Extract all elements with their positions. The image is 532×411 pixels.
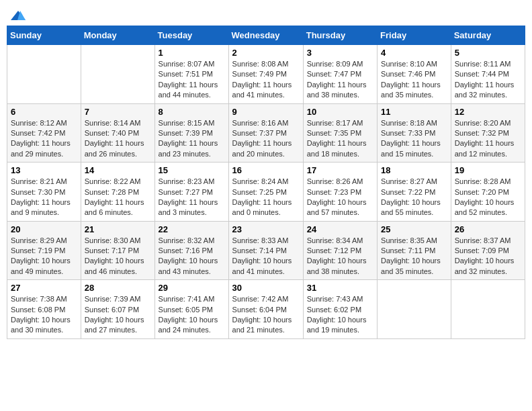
calendar-cell: 12 Sunrise: 8:20 AM Sunset: 7:32 PM Dayl…	[451, 103, 525, 163]
sunset-text: Sunset: 7:23 PM	[307, 188, 361, 196]
calendar-cell: 11 Sunrise: 8:18 AM Sunset: 7:33 PM Dayl…	[378, 103, 451, 163]
calendar-cell	[81, 45, 154, 104]
daylight-text: Daylight: 11 hours and 44 minutes.	[159, 81, 218, 99]
day-info: Sunrise: 8:20 AM Sunset: 7:32 PM Dayligh…	[455, 118, 521, 160]
sunrise-text: Sunrise: 8:08 AM	[232, 60, 289, 68]
day-info: Sunrise: 8:09 AM Sunset: 7:47 PM Dayligh…	[307, 59, 373, 101]
week-row-4: 20 Sunrise: 8:29 AM Sunset: 7:19 PM Dayl…	[7, 221, 525, 280]
daylight-text: Daylight: 10 hours and 55 minutes.	[381, 198, 441, 216]
day-number: 15	[159, 165, 225, 175]
week-row-2: 6 Sunrise: 8:12 AM Sunset: 7:42 PM Dayli…	[7, 103, 525, 163]
sunset-text: Sunset: 7:09 PM	[455, 246, 509, 255]
sunset-text: Sunset: 7:28 PM	[85, 188, 139, 196]
sunset-text: Sunset: 7:33 PM	[381, 129, 435, 137]
calendar-cell: 7 Sunrise: 8:14 AM Sunset: 7:40 PM Dayli…	[81, 103, 154, 163]
weekday-header-tuesday: Tuesday	[154, 26, 228, 45]
weekday-header-row: SundayMondayTuesdayWednesdayThursdayFrid…	[7, 26, 525, 45]
day-number: 1	[159, 48, 225, 58]
sunrise-text: Sunrise: 8:34 AM	[307, 236, 363, 244]
day-number: 2	[232, 48, 300, 58]
day-number: 24	[307, 224, 373, 234]
sunrise-text: Sunrise: 8:35 AM	[381, 236, 437, 244]
sunrise-text: Sunrise: 8:11 AM	[455, 60, 511, 68]
day-info: Sunrise: 8:12 AM Sunset: 7:42 PM Dayligh…	[11, 118, 77, 160]
sunset-text: Sunset: 7:49 PM	[232, 70, 287, 78]
logo	[9, 9, 26, 17]
day-number: 23	[232, 224, 300, 234]
daylight-text: Daylight: 10 hours and 49 minutes.	[11, 257, 71, 275]
day-number: 16	[232, 165, 300, 175]
day-info: Sunrise: 8:08 AM Sunset: 7:49 PM Dayligh…	[232, 59, 300, 101]
day-info: Sunrise: 8:32 AM Sunset: 7:16 PM Dayligh…	[159, 236, 225, 277]
calendar-cell: 27 Sunrise: 7:38 AM Sunset: 6:08 PM Dayl…	[7, 280, 81, 339]
day-number: 21	[85, 224, 151, 234]
daylight-text: Daylight: 10 hours and 46 minutes.	[85, 257, 144, 275]
daylight-text: Daylight: 11 hours and 18 minutes.	[307, 139, 367, 157]
day-info: Sunrise: 8:30 AM Sunset: 7:17 PM Dayligh…	[85, 236, 151, 277]
daylight-text: Daylight: 10 hours and 41 minutes.	[232, 257, 292, 275]
day-info: Sunrise: 8:33 AM Sunset: 7:14 PM Dayligh…	[232, 236, 300, 277]
daylight-text: Daylight: 11 hours and 23 minutes.	[159, 139, 218, 157]
weekday-header-sunday: Sunday	[7, 26, 81, 45]
sunset-text: Sunset: 7:17 PM	[85, 246, 139, 255]
day-number: 9	[232, 107, 300, 117]
daylight-text: Daylight: 11 hours and 0 minutes.	[232, 198, 292, 216]
day-number: 12	[455, 107, 521, 117]
daylight-text: Daylight: 11 hours and 12 minutes.	[455, 139, 515, 157]
day-info: Sunrise: 8:18 AM Sunset: 7:33 PM Dayligh…	[381, 118, 447, 160]
week-row-3: 13 Sunrise: 8:21 AM Sunset: 7:30 PM Dayl…	[7, 163, 525, 222]
day-info: Sunrise: 8:34 AM Sunset: 7:12 PM Dayligh…	[307, 236, 373, 277]
day-number: 13	[11, 165, 77, 175]
calendar-cell: 5 Sunrise: 8:11 AM Sunset: 7:44 PM Dayli…	[451, 45, 525, 104]
day-info: Sunrise: 7:41 AM Sunset: 6:05 PM Dayligh…	[159, 294, 225, 336]
day-info: Sunrise: 8:27 AM Sunset: 7:22 PM Dayligh…	[381, 177, 447, 218]
calendar-cell: 29 Sunrise: 7:41 AM Sunset: 6:05 PM Dayl…	[154, 280, 228, 339]
day-number: 19	[455, 165, 521, 175]
day-info: Sunrise: 8:26 AM Sunset: 7:23 PM Dayligh…	[307, 177, 373, 218]
calendar-cell: 20 Sunrise: 8:29 AM Sunset: 7:19 PM Dayl…	[7, 221, 81, 280]
sunset-text: Sunset: 7:30 PM	[11, 188, 65, 196]
sunrise-text: Sunrise: 8:17 AM	[307, 119, 363, 127]
sunrise-text: Sunrise: 8:09 AM	[307, 60, 363, 68]
calendar-cell: 13 Sunrise: 8:21 AM Sunset: 7:30 PM Dayl…	[7, 163, 81, 222]
calendar-cell: 16 Sunrise: 8:24 AM Sunset: 7:25 PM Dayl…	[228, 163, 303, 222]
sunset-text: Sunset: 7:40 PM	[85, 129, 139, 137]
sunset-text: Sunset: 7:14 PM	[232, 246, 287, 255]
daylight-text: Daylight: 11 hours and 15 minutes.	[381, 139, 441, 157]
day-number: 11	[381, 107, 447, 117]
day-info: Sunrise: 8:10 AM Sunset: 7:46 PM Dayligh…	[381, 59, 447, 101]
day-info: Sunrise: 8:11 AM Sunset: 7:44 PM Dayligh…	[455, 59, 521, 101]
calendar-cell: 14 Sunrise: 8:22 AM Sunset: 7:28 PM Dayl…	[81, 163, 154, 222]
sunrise-text: Sunrise: 8:28 AM	[455, 177, 511, 185]
daylight-text: Daylight: 10 hours and 38 minutes.	[307, 257, 367, 275]
day-info: Sunrise: 8:17 AM Sunset: 7:35 PM Dayligh…	[307, 118, 373, 160]
daylight-text: Daylight: 10 hours and 27 minutes.	[85, 316, 144, 334]
day-info: Sunrise: 8:29 AM Sunset: 7:19 PM Dayligh…	[11, 236, 77, 277]
calendar-cell: 10 Sunrise: 8:17 AM Sunset: 7:35 PM Dayl…	[303, 103, 377, 163]
calendar-cell: 2 Sunrise: 8:08 AM Sunset: 7:49 PM Dayli…	[228, 45, 303, 104]
sunrise-text: Sunrise: 7:38 AM	[11, 295, 67, 303]
daylight-text: Daylight: 10 hours and 19 minutes.	[307, 316, 367, 334]
sunrise-text: Sunrise: 8:20 AM	[455, 119, 511, 127]
weekday-header-friday: Friday	[378, 26, 451, 45]
sunset-text: Sunset: 7:51 PM	[159, 70, 213, 78]
sunrise-text: Sunrise: 8:33 AM	[232, 236, 289, 244]
calendar-cell: 3 Sunrise: 8:09 AM Sunset: 7:47 PM Dayli…	[303, 45, 377, 104]
daylight-text: Daylight: 10 hours and 57 minutes.	[307, 198, 367, 216]
daylight-text: Daylight: 11 hours and 32 minutes.	[455, 81, 515, 99]
sunrise-text: Sunrise: 8:12 AM	[11, 119, 67, 127]
calendar-cell: 17 Sunrise: 8:26 AM Sunset: 7:23 PM Dayl…	[303, 163, 377, 222]
day-number: 7	[85, 107, 151, 117]
day-info: Sunrise: 8:16 AM Sunset: 7:37 PM Dayligh…	[232, 118, 300, 160]
day-info: Sunrise: 8:14 AM Sunset: 7:40 PM Dayligh…	[85, 118, 151, 160]
week-row-1: 1 Sunrise: 8:07 AM Sunset: 7:51 PM Dayli…	[7, 45, 525, 104]
calendar-cell: 30 Sunrise: 7:42 AM Sunset: 6:04 PM Dayl…	[228, 280, 303, 339]
calendar-cell: 23 Sunrise: 8:33 AM Sunset: 7:14 PM Dayl…	[228, 221, 303, 280]
day-number: 8	[159, 107, 225, 117]
calendar-cell: 21 Sunrise: 8:30 AM Sunset: 7:17 PM Dayl…	[81, 221, 154, 280]
sunset-text: Sunset: 7:44 PM	[455, 70, 509, 78]
sunset-text: Sunset: 7:22 PM	[381, 188, 435, 196]
sunset-text: Sunset: 7:25 PM	[232, 188, 287, 196]
sunrise-text: Sunrise: 8:21 AM	[11, 177, 67, 185]
sunrise-text: Sunrise: 7:39 AM	[85, 295, 141, 303]
